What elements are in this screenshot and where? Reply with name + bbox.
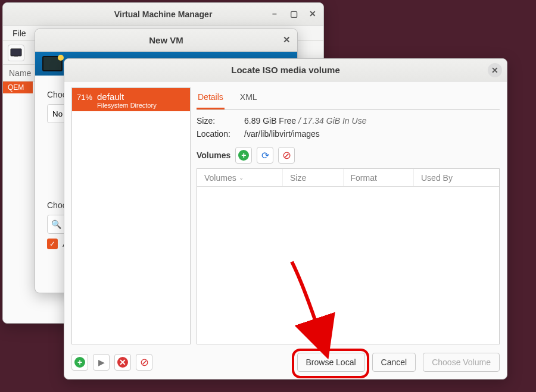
size-value: 6.89 GiB Free / 17.34 GiB In Use	[244, 116, 500, 126]
size-free: 6.89 GiB Free	[244, 116, 296, 126]
maximize-button[interactable]: ▢	[286, 7, 301, 21]
detail-tabs: Details XML	[197, 87, 500, 110]
cancel-button[interactable]: Cancel	[372, 353, 416, 372]
browse-local-button[interactable]: Browse Local	[297, 353, 365, 372]
column-size[interactable]: Size	[283, 169, 344, 186]
menu-file[interactable]: File	[5, 26, 33, 40]
chevron-down-icon: ⌄	[239, 174, 244, 181]
connection-row[interactable]: QEM	[3, 81, 33, 93]
close-button[interactable]: ✕	[488, 63, 502, 77]
choose-volume-button[interactable]: Choose Volume	[423, 353, 500, 372]
nosign-icon: ⊘	[140, 356, 149, 369]
svg-rect-0	[11, 49, 21, 56]
locate-titlebar: Locate ISO media volume ✕	[64, 59, 507, 81]
refresh-volumes-button[interactable]: ⟳	[257, 147, 273, 164]
locate-title: Locate ISO media volume	[231, 65, 340, 75]
pool-subtype: Filesystem Directory	[97, 102, 157, 109]
tab-details[interactable]: Details	[197, 87, 225, 109]
volume-table-body[interactable]	[197, 187, 499, 344]
newvm-title: New VM	[149, 35, 183, 45]
newvm-titlebar: New VM ✕	[35, 29, 297, 52]
pool-name: default	[97, 92, 157, 102]
nosign-icon: ⊘	[282, 149, 291, 162]
auto-detect-checkbox[interactable]: ✓	[47, 239, 58, 249]
tab-xml[interactable]: XML	[239, 87, 258, 109]
storage-pool-list[interactable]: 71% default Filesystem Directory	[71, 87, 191, 344]
size-label: Size:	[197, 116, 244, 126]
column-volumes[interactable]: Volumes ⌄	[197, 169, 283, 186]
column-usedby[interactable]: Used By	[414, 169, 499, 186]
close-button[interactable]: ✕	[279, 33, 294, 47]
volume-table-header[interactable]: Volumes ⌄ Size Format Used By	[197, 169, 499, 187]
close-button[interactable]: ✕	[306, 7, 320, 21]
storage-pool-item[interactable]: 71% default Filesystem Directory	[72, 88, 190, 111]
size-used: 17.34 GiB In Use	[303, 116, 367, 126]
vmm-title: Virtual Machine Manager	[114, 10, 213, 19]
connection-label: QEM	[8, 83, 24, 92]
monitor-icon	[42, 56, 63, 71]
start-pool-button[interactable]: ▶	[93, 354, 110, 371]
add-pool-button[interactable]: +	[71, 354, 88, 371]
search-icon: 🔍	[51, 219, 61, 229]
locate-footer: + ▶ ✕ ⊘ Browse Local Cancel Choose Volum…	[64, 348, 507, 379]
refresh-icon: ⟳	[261, 150, 269, 161]
column-name: Name	[9, 68, 31, 78]
location-label: Location:	[197, 129, 244, 139]
volume-table[interactable]: Volumes ⌄ Size Format Used By	[197, 168, 500, 344]
stop-icon: ✕	[117, 357, 128, 368]
vmm-titlebar: Virtual Machine Manager – ▢ ✕	[3, 3, 323, 26]
location-value: /var/lib/libvirt/images	[244, 129, 500, 139]
svg-rect-1	[14, 56, 18, 57]
volumes-label: Volumes	[197, 150, 230, 160]
stop-pool-button[interactable]: ✕	[114, 354, 131, 371]
locate-iso-dialog: Locate ISO media volume ✕ 71% default Fi…	[64, 58, 507, 380]
column-format[interactable]: Format	[344, 169, 415, 186]
delete-volume-button[interactable]: ⊘	[278, 147, 295, 164]
delete-pool-button[interactable]: ⊘	[136, 354, 152, 371]
pool-usage-pct: 71%	[77, 92, 92, 102]
new-vm-icon[interactable]	[8, 45, 24, 61]
plus-icon: +	[238, 150, 249, 161]
plus-icon: +	[74, 357, 85, 368]
pool-detail-pane: Details XML Size: 6.89 GiB Free / 17.34 …	[197, 87, 500, 344]
minimize-button[interactable]: –	[267, 7, 282, 21]
add-volume-button[interactable]: +	[235, 147, 252, 164]
play-icon: ▶	[98, 357, 105, 367]
